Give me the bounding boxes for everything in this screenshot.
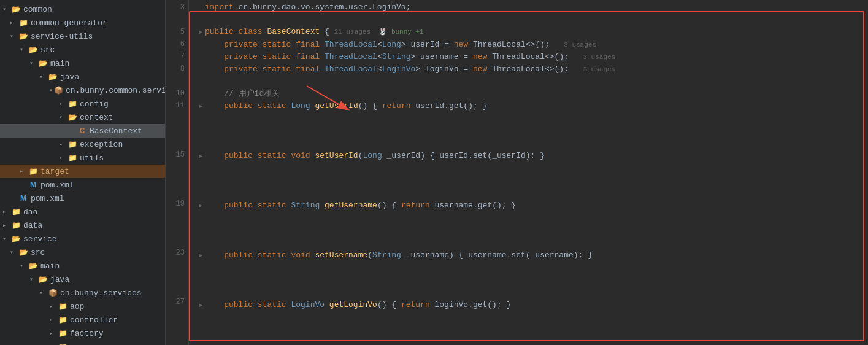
- fold-15[interactable]: [196, 150, 205, 163]
- folder-icon: 📂: [38, 275, 48, 284]
- chevron-pkg2: [39, 289, 47, 297]
- tree-item-src-service[interactable]: 📂 src: [0, 246, 165, 259]
- tree-label: exception: [80, 140, 163, 149]
- code-line-5: public class BaseContext { 21 usages 🐰 b…: [196, 26, 868, 39]
- code-line-blank5: [196, 138, 868, 150]
- folder-icon: 📂: [48, 72, 58, 82]
- tree-label: pom.xml: [40, 180, 163, 190]
- tree-item-utils[interactable]: 📁 utils: [0, 151, 165, 165]
- tree-item-java-service[interactable]: 📂 java: [0, 273, 165, 286]
- code-line-blank11: [196, 237, 868, 249]
- tree-label: aop: [70, 302, 163, 311]
- code-line-blank14: [196, 287, 868, 299]
- code-line-blank8: [196, 187, 868, 200]
- folder-icon: 📁: [58, 343, 67, 346]
- tree-item-controller[interactable]: 📁 controller: [0, 313, 165, 327]
- chevron-java: [39, 73, 47, 80]
- folder-icon: 📁: [18, 18, 28, 28]
- folder-icon: 📁: [28, 167, 38, 176]
- folder-icon: 📁: [11, 207, 21, 217]
- tree-item-main[interactable]: 📂 main: [0, 56, 165, 70]
- chevron-service: [2, 235, 10, 242]
- folder-icon: 📂: [38, 59, 48, 68]
- fold-23[interactable]: [196, 250, 205, 262]
- code-line-27: public static LoginVo getLoginVo() { ret…: [196, 299, 868, 312]
- tree-label: common: [23, 5, 163, 14]
- tree-item-service[interactable]: 📂 service: [0, 232, 165, 246]
- tree-label: utils: [80, 153, 163, 163]
- tree-item-exception[interactable]: 📁 exception: [0, 138, 165, 151]
- folder-icon: 📁: [58, 316, 67, 325]
- chevron-exception: [59, 141, 66, 148]
- code-line-11: public static Long getUserId() { return …: [196, 100, 868, 113]
- chevron-aop: [49, 303, 56, 310]
- tree-item-cn-bunny-services[interactable]: 📦 cn.bunny.services: [0, 286, 165, 300]
- tree-item-service-utils[interactable]: 📂 service-utils: [0, 29, 165, 43]
- chevron-config: [59, 100, 66, 107]
- fold-5[interactable]: [196, 26, 205, 39]
- folder-icon: 📂: [28, 262, 38, 271]
- code-editor: 3 5 6 7 8 10 11 15 19 23 27: [166, 0, 868, 345]
- tree-item-context[interactable]: 📂 context: [0, 110, 165, 124]
- tree-label: cn.bunny.common.service: [66, 86, 166, 95]
- tree-item-common-generator[interactable]: 📁 common-generator: [0, 16, 165, 29]
- code-line-blank6: [196, 163, 868, 175]
- tree-label: BaseContext: [90, 126, 163, 136]
- tree-label: controller: [70, 316, 163, 325]
- chevron-controller: [49, 316, 56, 324]
- tree-item-java[interactable]: 📂 java: [0, 70, 165, 83]
- code-line-blank3: [196, 113, 868, 125]
- folder-icon: 📁: [11, 221, 21, 230]
- folder-icon: 📁: [58, 329, 67, 338]
- chevron-common-generator: [10, 19, 17, 26]
- pom-icon: M: [28, 180, 38, 189]
- tree-item-common[interactable]: 📂 common: [0, 2, 165, 16]
- tree-item-mapper[interactable]: 📁 mapper: [0, 340, 165, 345]
- tree-label: target: [40, 167, 163, 176]
- tree-label: mapper: [70, 343, 163, 346]
- tree-label: cn.bunny.services: [60, 289, 163, 298]
- java-class-icon: C: [77, 126, 87, 135]
- tree-item-cn-bunny-common-service[interactable]: 📦 cn.bunny.common.service: [0, 83, 165, 97]
- tree-label: java: [60, 72, 163, 82]
- tree-label: java: [50, 275, 163, 284]
- tree-item-data[interactable]: 📁 data: [0, 219, 165, 232]
- code-line-blank17: [196, 336, 868, 345]
- fold-19[interactable]: [196, 200, 205, 212]
- file-tree[interactable]: 📂 common 📁 common-generator 📂 service-ut…: [0, 0, 166, 345]
- code-line-6: private static final ThreadLocal<Long> u…: [196, 39, 868, 51]
- fold-11[interactable]: [196, 101, 205, 113]
- tree-item-pom-service-utils[interactable]: M pom.xml: [0, 178, 165, 192]
- tree-label: main: [40, 262, 163, 271]
- tree-item-config[interactable]: 📁 config: [0, 97, 165, 110]
- tree-item-target[interactable]: 📁 target: [0, 165, 165, 178]
- chevron-pkg: [49, 87, 53, 94]
- tree-item-dao[interactable]: 📁 dao: [0, 205, 165, 219]
- code-line-10: // 用户id相关: [196, 88, 868, 100]
- code-line-blank16: [196, 324, 868, 336]
- folder-icon: 📂: [18, 32, 28, 41]
- tree-item-src[interactable]: 📂 src: [0, 43, 165, 56]
- code-line-blank4: [196, 125, 868, 138]
- chevron-src: [20, 46, 27, 53]
- tree-item-aop[interactable]: 📁 aop: [0, 300, 165, 313]
- tree-label: service: [23, 235, 163, 244]
- folder-icon: 📁: [67, 153, 77, 163]
- code-line-blank7: [196, 175, 868, 187]
- code-line-19: public static String getUsername() { ret…: [196, 200, 868, 212]
- tree-item-factory[interactable]: 📁 factory: [0, 327, 165, 340]
- code-content[interactable]: import cn.bunny.dao.vo.system.user.Login…: [189, 0, 868, 345]
- package-icon: 📦: [54, 86, 63, 95]
- tree-item-basecontext[interactable]: C BaseContext: [0, 124, 165, 138]
- folder-icon: 📂: [11, 5, 21, 14]
- folder-icon: 📁: [67, 99, 77, 109]
- tree-item-main-service[interactable]: 📂 main: [0, 259, 165, 273]
- chevron-src2: [10, 249, 17, 256]
- tree-label: data: [23, 221, 163, 230]
- code-line-8: private static final ThreadLocal<LoginVo…: [196, 63, 868, 76]
- tree-item-pom-common[interactable]: M pom.xml: [0, 192, 165, 205]
- code-line-3: import cn.bunny.dao.vo.system.user.Login…: [196, 1, 868, 14]
- code-line-blank2: [196, 76, 868, 88]
- fold-27[interactable]: [196, 300, 205, 312]
- tree-label: src: [40, 45, 163, 55]
